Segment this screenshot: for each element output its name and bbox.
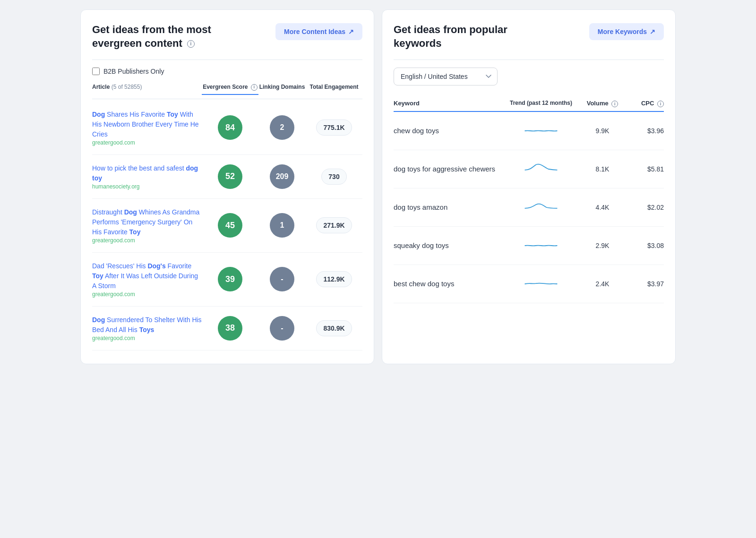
- keyword-trend-chart: [503, 237, 579, 254]
- cpc-col-label: CPC: [641, 100, 654, 107]
- article-cell: Distraught Dog Whines As Grandma Perform…: [92, 207, 202, 244]
- engagement-cell: 112.9K: [306, 271, 362, 287]
- b2b-checkbox-label: B2B Publishers Only: [103, 68, 164, 75]
- keyword-row: best chew dog toys 2.4K$3.97: [394, 265, 664, 303]
- right-panel-title-text: Get ideas from popular keywords: [394, 24, 507, 49]
- keyword-text[interactable]: best chew dog toys: [394, 280, 503, 288]
- trend-line-svg: [522, 161, 560, 178]
- trend-line-svg: [522, 237, 560, 254]
- keyword-cpc: $3.97: [626, 280, 664, 288]
- left-panel: Get ideas from the most evergreen conten…: [80, 9, 374, 364]
- engagement-col-header: Total Engagement: [306, 84, 362, 95]
- engagement-badge: 730: [321, 169, 346, 185]
- keyword-cpc: $5.81: [626, 165, 664, 173]
- keyword-trend-chart: [503, 161, 579, 178]
- linking-col-label: Linking Domains: [259, 84, 305, 90]
- evergreen-col-label: Evergreen Score: [203, 84, 248, 90]
- more-keywords-button[interactable]: More Keywords ↗: [589, 23, 664, 40]
- article-count: (5 of 52855): [112, 84, 142, 90]
- language-select-wrapper: English / United StatesEnglish / United …: [394, 68, 664, 85]
- keyword-row: dog toys for aggressive chewers 8.1K$5.8…: [394, 150, 664, 188]
- score-cell: 38: [202, 316, 258, 341]
- trend-col-header: Trend (past 12 months): [503, 100, 579, 107]
- keyword-trend-chart: [503, 199, 579, 216]
- left-panel-title: Get ideas from the most evergreen conten…: [92, 23, 253, 50]
- linking-domains-badge: 1: [270, 213, 294, 238]
- table-row: Dog Shares His Favorite Toy With His New…: [92, 101, 362, 155]
- more-keywords-label: More Keywords: [598, 28, 647, 35]
- articles-table-header: Article (5 of 52855) Evergreen Score i L…: [92, 84, 362, 99]
- table-row: Distraught Dog Whines As Grandma Perform…: [92, 199, 362, 253]
- keyword-row: squeaky dog toys 2.9K$3.08: [394, 227, 664, 265]
- b2b-checkbox[interactable]: [92, 68, 100, 75]
- divider: [92, 60, 362, 60]
- article-domain: greatergood.com: [92, 335, 202, 342]
- keyword-text[interactable]: dog toys amazon: [394, 203, 503, 211]
- article-link[interactable]: Distraught Dog Whines As Grandma Perform…: [92, 208, 199, 236]
- more-content-ideas-button[interactable]: More Content Ideas ↗: [275, 23, 362, 40]
- linking-cell: -: [258, 267, 306, 291]
- keyword-table-header: Keyword Trend (past 12 months) Volume i …: [394, 95, 664, 112]
- evergreen-info-icon[interactable]: i: [251, 84, 258, 91]
- article-domain: greatergood.com: [92, 237, 202, 244]
- article-link[interactable]: Dog Surrendered To Shelter With His Bed …: [92, 316, 202, 333]
- linking-domains-badge: -: [270, 267, 294, 291]
- keyword-volume: 2.4K: [579, 280, 626, 288]
- keyword-text[interactable]: chew dog toys: [394, 127, 503, 135]
- keyword-cpc: $3.08: [626, 242, 664, 249]
- article-cell: Dog Shares His Favorite Toy With His New…: [92, 110, 202, 146]
- keywords-list: chew dog toys 9.9K$3.96dog toys for aggr…: [394, 112, 664, 303]
- engagement-cell: 271.9K: [306, 217, 362, 233]
- article-link[interactable]: Dad 'Rescues' His Dog's Favorite Toy Aft…: [92, 262, 198, 290]
- evergreen-score-badge: 39: [218, 267, 242, 291]
- linking-domains-badge: -: [270, 316, 294, 341]
- keyword-text[interactable]: dog toys for aggressive chewers: [394, 165, 503, 173]
- score-cell: 39: [202, 267, 258, 291]
- keyword-volume: 2.9K: [579, 242, 626, 249]
- engagement-badge: 830.9K: [316, 320, 352, 336]
- right-panel: Get ideas from popular keywords More Key…: [382, 9, 676, 364]
- right-divider: [394, 60, 664, 60]
- keyword-text[interactable]: squeaky dog toys: [394, 241, 503, 249]
- score-cell: 45: [202, 213, 258, 238]
- linking-cell: 1: [258, 213, 306, 238]
- engagement-cell: 730: [306, 169, 362, 185]
- keyword-volume: 4.4K: [579, 204, 626, 211]
- keyword-row: dog toys amazon 4.4K$2.02: [394, 188, 664, 227]
- right-panel-header: Get ideas from popular keywords More Key…: [394, 23, 664, 50]
- table-row: Dad 'Rescues' His Dog's Favorite Toy Aft…: [92, 253, 362, 307]
- trend-line-svg: [522, 275, 560, 292]
- keyword-row: chew dog toys 9.9K$3.96: [394, 112, 664, 150]
- engagement-badge: 112.9K: [316, 271, 352, 287]
- evergreen-score-badge: 52: [218, 164, 242, 189]
- article-link[interactable]: How to pick the best and safest dog toy: [92, 164, 198, 182]
- article-cell: Dad 'Rescues' His Dog's Favorite Toy Aft…: [92, 261, 202, 298]
- linking-cell: -: [258, 316, 306, 341]
- score-cell: 52: [202, 164, 258, 189]
- more-content-ideas-label: More Content Ideas: [284, 28, 345, 35]
- keyword-volume: 8.1K: [579, 165, 626, 173]
- title-info-icon[interactable]: i: [187, 40, 195, 48]
- engagement-badge: 775.1K: [316, 120, 352, 136]
- linking-col-header: Linking Domains: [258, 84, 306, 95]
- language-select[interactable]: English / United StatesEnglish / United …: [394, 68, 498, 85]
- article-domain: greatergood.com: [92, 291, 202, 298]
- engagement-cell: 775.1K: [306, 120, 362, 136]
- linking-domains-badge: 209: [270, 164, 294, 189]
- linking-cell: 2: [258, 115, 306, 140]
- keyword-cpc: $2.02: [626, 204, 664, 211]
- trend-line-svg: [522, 199, 560, 216]
- evergreen-col-header: Evergreen Score i: [202, 84, 258, 95]
- volume-col-label: Volume: [587, 100, 609, 107]
- article-link[interactable]: Dog Shares His Favorite Toy With His New…: [92, 111, 199, 138]
- volume-info-icon[interactable]: i: [611, 101, 618, 107]
- right-panel-title: Get ideas from popular keywords: [394, 23, 554, 50]
- left-panel-header: Get ideas from the most evergreen conten…: [92, 23, 362, 50]
- article-cell: Dog Surrendered To Shelter With His Bed …: [92, 315, 202, 342]
- trend-line-svg: [522, 122, 560, 139]
- volume-col-header: Volume i: [579, 100, 626, 107]
- cpc-info-icon[interactable]: i: [657, 101, 664, 107]
- engagement-col-label: Total Engagement: [309, 84, 358, 90]
- engagement-badge: 271.9K: [316, 217, 352, 233]
- article-col-label: Article: [92, 84, 110, 90]
